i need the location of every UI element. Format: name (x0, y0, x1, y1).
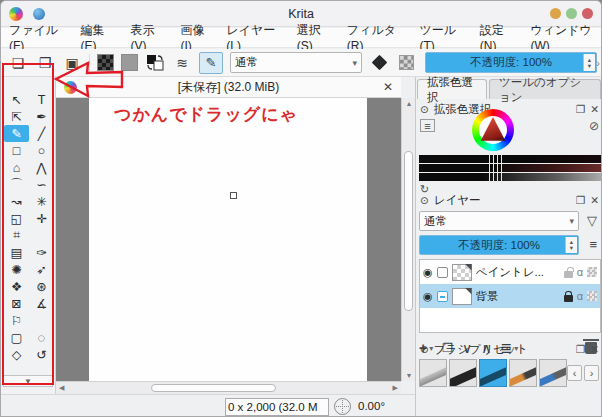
tool-pattern-edit[interactable]: ✺ (4, 261, 29, 278)
tool-smart-patch[interactable]: ➶ (29, 261, 54, 278)
layer-filter-icon[interactable]: ▽ (587, 213, 597, 228)
horizontal-scroll-thumb[interactable] (151, 384, 276, 392)
save-document-button[interactable]: ▣ (62, 53, 82, 73)
tool-ellipse[interactable]: ○ (29, 142, 54, 159)
maximize-button[interactable] (566, 8, 577, 19)
layer-opacity-spinner[interactable]: ▴▾ (565, 237, 577, 253)
gradient-chooser-swatch[interactable] (97, 54, 114, 71)
color-history-strips[interactable] (419, 155, 601, 182)
layer-blending-mode-select[interactable]: 通常 ▾ (419, 211, 579, 231)
inherit-alpha-icon[interactable] (587, 291, 597, 301)
edit-brush-settings-button[interactable]: ✎ (199, 52, 223, 74)
tab-advanced-color-selector[interactable]: 拡張色選択 (417, 79, 487, 99)
brush-preset-thumb-selected[interactable] (479, 359, 507, 387)
float-docker-icon[interactable]: ❐ (576, 343, 585, 355)
blending-mode-select[interactable]: 通常 ▾ (230, 52, 362, 73)
tool-poly-select[interactable]: ◇ (4, 346, 29, 363)
scroll-up-icon[interactable]: ▲ (402, 100, 416, 107)
brush-preset-thumb[interactable] (449, 359, 477, 387)
opacity-spinner[interactable]: ▴▾ (583, 54, 595, 71)
color-strip-hue[interactable] (419, 155, 601, 163)
tool-line[interactable]: ╱ (29, 125, 54, 142)
minimize-button[interactable] (550, 8, 561, 19)
document-size-field[interactable]: 0 x 2,000 (32.0 M (225, 398, 329, 416)
docker-lock-icon[interactable]: ⊙ (420, 194, 429, 206)
alpha-lock-icon[interactable]: α (577, 266, 583, 278)
tool-polygon[interactable]: ⌂ (4, 159, 29, 176)
close-docker-icon[interactable]: ✕ (590, 194, 599, 206)
inherit-alpha-icon[interactable] (587, 267, 597, 277)
float-docker-icon[interactable]: ❐ (576, 103, 585, 115)
tool-color-sampler[interactable]: ✑ (29, 244, 54, 261)
scroll-right-icon[interactable]: ▶ (393, 384, 398, 392)
tool-polyline[interactable]: ⋀ (29, 159, 54, 176)
tool-crop[interactable]: ⌗ (4, 227, 29, 244)
tool-measure[interactable]: ∡ (29, 295, 54, 312)
eraser-mode-button[interactable] (369, 53, 389, 73)
pattern-chooser-swatch[interactable] (121, 54, 138, 71)
layer-row-paint-layer[interactable]: ◉ ペイントレ... α (420, 260, 600, 284)
docker-lock-icon[interactable]: ⊙ (420, 343, 429, 355)
tool-transform[interactable]: ◱ (4, 210, 29, 227)
layer-checkbox[interactable] (437, 291, 448, 302)
scroll-left-icon[interactable]: ◀ (59, 384, 64, 392)
tool-freehand-select[interactable]: ↺ (29, 346, 54, 363)
canvas-vertical-scrollbar[interactable]: ▲ ▼ (401, 98, 415, 381)
tool-enclose-fill[interactable]: ⊛ (29, 278, 54, 295)
opacity-slider[interactable]: 不透明度: 100% ▴▾ (425, 52, 597, 73)
tool-gradient[interactable]: ▤ (4, 244, 29, 261)
tool-edit-shapes[interactable]: ⇱ (4, 108, 29, 125)
layer-locked-icon[interactable] (564, 295, 573, 302)
tool-rectangle[interactable]: □ (4, 142, 29, 159)
tool-freehand-path[interactable]: ∽ (29, 176, 54, 193)
scroll-down-icon[interactable]: ▼ (402, 372, 416, 379)
tool-multibrush[interactable]: ✳ (29, 193, 54, 210)
layer-row-background[interactable]: ◉ 背景 α (420, 284, 600, 308)
selector-settings-icon[interactable]: ≡ (420, 119, 435, 132)
tool-text[interactable]: T (29, 91, 54, 108)
open-document-button[interactable]: ❒ (35, 53, 55, 73)
tool-move[interactable]: ✛ (29, 210, 54, 227)
brush-preset-thumb[interactable] (539, 359, 567, 387)
visibility-eye-icon[interactable]: ◉ (423, 290, 433, 303)
brush-preset-thumb[interactable] (509, 359, 537, 387)
presets-prev-button[interactable]: ‹ (567, 365, 582, 381)
tab-tool-options[interactable]: ツールのオプション (489, 79, 601, 99)
canvas-horizontal-scrollbar[interactable]: ◀ ▶ (56, 381, 401, 394)
fg-bg-color-button[interactable] (145, 53, 165, 73)
close-document-icon[interactable]: ✕ (383, 80, 393, 94)
toolbox-more-button[interactable]: ▼ (3, 375, 53, 387)
close-docker-icon[interactable]: ✕ (590, 343, 599, 355)
layer-menu-icon[interactable]: ≡ (589, 237, 597, 252)
tool-rect-select[interactable]: ▢ (4, 329, 29, 346)
close-window-button[interactable] (582, 8, 593, 19)
layer-name[interactable]: ペイントレ... (476, 265, 560, 280)
brush-option-slider-button[interactable]: ≋ (172, 53, 192, 73)
tool-freehand-brush[interactable]: ✎ (4, 125, 29, 142)
canvas-area[interactable] (56, 98, 401, 381)
alpha-lock-icon[interactable]: α (577, 290, 583, 302)
no-color-icon[interactable]: ⊘ (589, 119, 599, 133)
tool-bezier-curve[interactable]: ⌒ (4, 176, 29, 193)
document-tab[interactable]: [未保存] (32.0 MiB) ✕ (56, 77, 401, 98)
float-docker-icon[interactable]: ❐ (576, 194, 585, 206)
toolbar-overflow-chevron[interactable]: › (596, 57, 600, 69)
visibility-eye-icon[interactable]: ◉ (423, 266, 433, 279)
tool-select-shapes[interactable]: ↖ (4, 91, 29, 108)
color-wheel[interactable] (472, 109, 514, 151)
tool-dynamic-brush[interactable]: ↝ (4, 193, 29, 210)
close-docker-icon[interactable]: ✕ (590, 103, 599, 115)
layer-checkbox[interactable] (437, 267, 448, 278)
canvas-rotation-dial-icon[interactable] (334, 398, 351, 415)
layer-opacity-slider[interactable]: 不透明度: 100% ▴▾ (419, 235, 579, 255)
brush-preset-thumb[interactable] (419, 359, 447, 387)
layer-unlocked-icon[interactable] (564, 271, 573, 278)
tool-assistants[interactable]: ⊠ (4, 295, 29, 312)
docker-lock-icon[interactable]: ⊙ (420, 103, 429, 115)
color-strip-value[interactable] (419, 173, 601, 181)
tool-fill[interactable]: ❖ (4, 278, 29, 295)
canvas-paper[interactable] (89, 98, 367, 381)
vertical-scroll-thumb[interactable] (404, 151, 413, 311)
tool-calligraphy[interactable]: ✒ (29, 108, 54, 125)
presets-next-button[interactable]: › (584, 365, 599, 381)
